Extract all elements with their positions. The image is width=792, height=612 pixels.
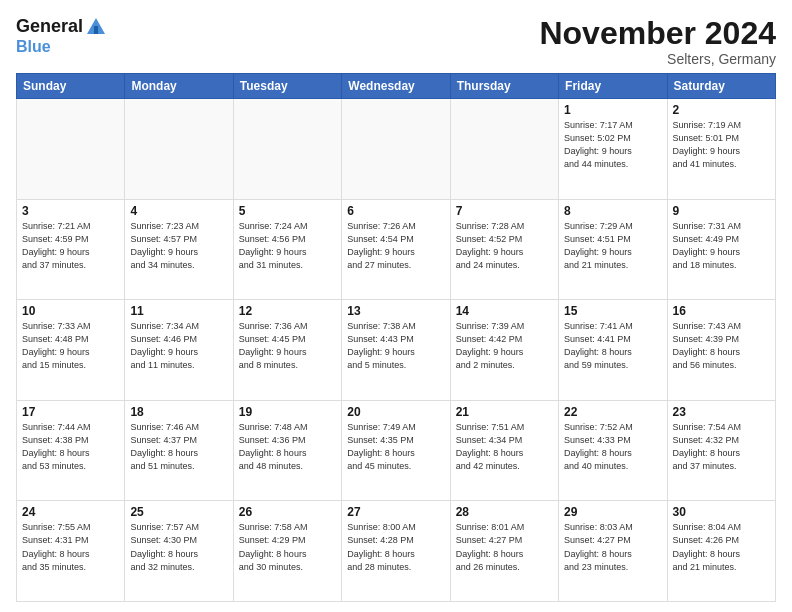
day-info: Sunrise: 7:57 AM Sunset: 4:30 PM Dayligh… (130, 521, 227, 573)
header-tuesday: Tuesday (233, 74, 341, 99)
day-number: 23 (673, 405, 770, 419)
day-number: 3 (22, 204, 119, 218)
day-info: Sunrise: 7:48 AM Sunset: 4:36 PM Dayligh… (239, 421, 336, 473)
calendar-cell: 30Sunrise: 8:04 AM Sunset: 4:26 PM Dayli… (667, 501, 775, 602)
calendar-week-row: 1Sunrise: 7:17 AM Sunset: 5:02 PM Daylig… (17, 99, 776, 200)
day-number: 19 (239, 405, 336, 419)
day-number: 21 (456, 405, 553, 419)
day-number: 18 (130, 405, 227, 419)
day-info: Sunrise: 7:52 AM Sunset: 4:33 PM Dayligh… (564, 421, 661, 473)
day-info: Sunrise: 7:34 AM Sunset: 4:46 PM Dayligh… (130, 320, 227, 372)
day-info: Sunrise: 7:43 AM Sunset: 4:39 PM Dayligh… (673, 320, 770, 372)
day-number: 16 (673, 304, 770, 318)
day-info: Sunrise: 7:29 AM Sunset: 4:51 PM Dayligh… (564, 220, 661, 272)
day-number: 10 (22, 304, 119, 318)
calendar-cell: 12Sunrise: 7:36 AM Sunset: 4:45 PM Dayli… (233, 300, 341, 401)
day-number: 13 (347, 304, 444, 318)
calendar-cell: 14Sunrise: 7:39 AM Sunset: 4:42 PM Dayli… (450, 300, 558, 401)
calendar-cell: 16Sunrise: 7:43 AM Sunset: 4:39 PM Dayli… (667, 300, 775, 401)
day-number: 29 (564, 505, 661, 519)
calendar-cell: 2Sunrise: 7:19 AM Sunset: 5:01 PM Daylig… (667, 99, 775, 200)
day-number: 27 (347, 505, 444, 519)
day-number: 4 (130, 204, 227, 218)
calendar-cell: 19Sunrise: 7:48 AM Sunset: 4:36 PM Dayli… (233, 400, 341, 501)
calendar-cell: 13Sunrise: 7:38 AM Sunset: 4:43 PM Dayli… (342, 300, 450, 401)
day-number: 5 (239, 204, 336, 218)
day-number: 9 (673, 204, 770, 218)
svg-rect-1 (94, 26, 98, 34)
calendar-cell (342, 99, 450, 200)
day-number: 7 (456, 204, 553, 218)
calendar-cell: 5Sunrise: 7:24 AM Sunset: 4:56 PM Daylig… (233, 199, 341, 300)
day-info: Sunrise: 7:51 AM Sunset: 4:34 PM Dayligh… (456, 421, 553, 473)
calendar-cell: 9Sunrise: 7:31 AM Sunset: 4:49 PM Daylig… (667, 199, 775, 300)
calendar-cell: 18Sunrise: 7:46 AM Sunset: 4:37 PM Dayli… (125, 400, 233, 501)
day-info: Sunrise: 7:19 AM Sunset: 5:01 PM Dayligh… (673, 119, 770, 171)
location: Selters, Germany (539, 51, 776, 67)
calendar-header-row: Sunday Monday Tuesday Wednesday Thursday… (17, 74, 776, 99)
day-info: Sunrise: 7:44 AM Sunset: 4:38 PM Dayligh… (22, 421, 119, 473)
calendar-cell: 17Sunrise: 7:44 AM Sunset: 4:38 PM Dayli… (17, 400, 125, 501)
calendar-week-row: 3Sunrise: 7:21 AM Sunset: 4:59 PM Daylig… (17, 199, 776, 300)
calendar-cell: 23Sunrise: 7:54 AM Sunset: 4:32 PM Dayli… (667, 400, 775, 501)
calendar-cell: 7Sunrise: 7:28 AM Sunset: 4:52 PM Daylig… (450, 199, 558, 300)
calendar-cell: 15Sunrise: 7:41 AM Sunset: 4:41 PM Dayli… (559, 300, 667, 401)
day-info: Sunrise: 7:41 AM Sunset: 4:41 PM Dayligh… (564, 320, 661, 372)
calendar-cell (17, 99, 125, 200)
day-number: 25 (130, 505, 227, 519)
day-info: Sunrise: 7:36 AM Sunset: 4:45 PM Dayligh… (239, 320, 336, 372)
day-info: Sunrise: 7:55 AM Sunset: 4:31 PM Dayligh… (22, 521, 119, 573)
calendar-cell: 27Sunrise: 8:00 AM Sunset: 4:28 PM Dayli… (342, 501, 450, 602)
calendar-cell: 11Sunrise: 7:34 AM Sunset: 4:46 PM Dayli… (125, 300, 233, 401)
calendar-cell: 25Sunrise: 7:57 AM Sunset: 4:30 PM Dayli… (125, 501, 233, 602)
header-saturday: Saturday (667, 74, 775, 99)
header-monday: Monday (125, 74, 233, 99)
day-number: 11 (130, 304, 227, 318)
header-sunday: Sunday (17, 74, 125, 99)
day-info: Sunrise: 7:24 AM Sunset: 4:56 PM Dayligh… (239, 220, 336, 272)
header-friday: Friday (559, 74, 667, 99)
calendar-cell: 29Sunrise: 8:03 AM Sunset: 4:27 PM Dayli… (559, 501, 667, 602)
day-number: 17 (22, 405, 119, 419)
calendar-cell (125, 99, 233, 200)
day-number: 26 (239, 505, 336, 519)
day-info: Sunrise: 7:54 AM Sunset: 4:32 PM Dayligh… (673, 421, 770, 473)
day-number: 20 (347, 405, 444, 419)
day-info: Sunrise: 8:01 AM Sunset: 4:27 PM Dayligh… (456, 521, 553, 573)
day-number: 28 (456, 505, 553, 519)
day-number: 1 (564, 103, 661, 117)
day-info: Sunrise: 7:21 AM Sunset: 4:59 PM Dayligh… (22, 220, 119, 272)
header-wednesday: Wednesday (342, 74, 450, 99)
day-info: Sunrise: 8:00 AM Sunset: 4:28 PM Dayligh… (347, 521, 444, 573)
calendar-week-row: 24Sunrise: 7:55 AM Sunset: 4:31 PM Dayli… (17, 501, 776, 602)
day-info: Sunrise: 7:58 AM Sunset: 4:29 PM Dayligh… (239, 521, 336, 573)
day-info: Sunrise: 7:38 AM Sunset: 4:43 PM Dayligh… (347, 320, 444, 372)
day-number: 30 (673, 505, 770, 519)
calendar-cell: 21Sunrise: 7:51 AM Sunset: 4:34 PM Dayli… (450, 400, 558, 501)
day-info: Sunrise: 7:46 AM Sunset: 4:37 PM Dayligh… (130, 421, 227, 473)
day-number: 2 (673, 103, 770, 117)
calendar-cell: 20Sunrise: 7:49 AM Sunset: 4:35 PM Dayli… (342, 400, 450, 501)
calendar-week-row: 17Sunrise: 7:44 AM Sunset: 4:38 PM Dayli… (17, 400, 776, 501)
header: General Blue November 2024 Selters, Germ… (16, 16, 776, 67)
day-info: Sunrise: 8:04 AM Sunset: 4:26 PM Dayligh… (673, 521, 770, 573)
day-number: 8 (564, 204, 661, 218)
month-title: November 2024 (539, 16, 776, 51)
day-info: Sunrise: 8:03 AM Sunset: 4:27 PM Dayligh… (564, 521, 661, 573)
calendar-cell: 28Sunrise: 8:01 AM Sunset: 4:27 PM Dayli… (450, 501, 558, 602)
calendar-cell (450, 99, 558, 200)
calendar-cell (233, 99, 341, 200)
calendar-table: Sunday Monday Tuesday Wednesday Thursday… (16, 73, 776, 602)
logo-text-blue: Blue (16, 38, 51, 56)
day-number: 6 (347, 204, 444, 218)
calendar-cell: 8Sunrise: 7:29 AM Sunset: 4:51 PM Daylig… (559, 199, 667, 300)
day-info: Sunrise: 7:33 AM Sunset: 4:48 PM Dayligh… (22, 320, 119, 372)
day-info: Sunrise: 7:28 AM Sunset: 4:52 PM Dayligh… (456, 220, 553, 272)
calendar-cell: 4Sunrise: 7:23 AM Sunset: 4:57 PM Daylig… (125, 199, 233, 300)
day-number: 24 (22, 505, 119, 519)
calendar-cell: 3Sunrise: 7:21 AM Sunset: 4:59 PM Daylig… (17, 199, 125, 300)
day-number: 22 (564, 405, 661, 419)
calendar-cell: 6Sunrise: 7:26 AM Sunset: 4:54 PM Daylig… (342, 199, 450, 300)
calendar-cell: 10Sunrise: 7:33 AM Sunset: 4:48 PM Dayli… (17, 300, 125, 401)
day-info: Sunrise: 7:39 AM Sunset: 4:42 PM Dayligh… (456, 320, 553, 372)
